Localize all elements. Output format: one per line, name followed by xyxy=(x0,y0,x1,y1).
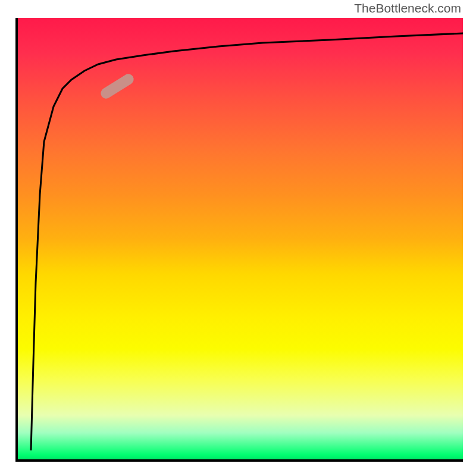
bottleneck-curve-line xyxy=(31,33,463,450)
watermark-text: TheBottleneck.com xyxy=(354,1,461,15)
chart-container xyxy=(15,18,463,462)
chart-curve-svg xyxy=(18,18,463,459)
